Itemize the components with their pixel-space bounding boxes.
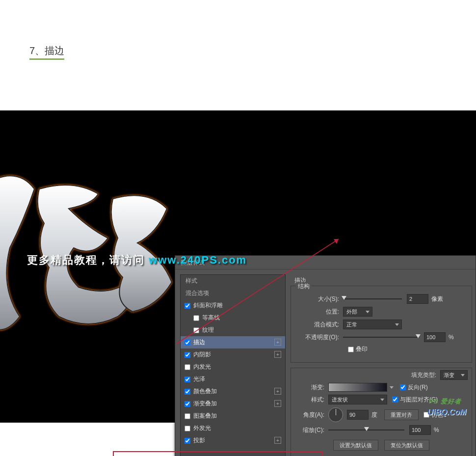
style-inner-shadow[interactable]: 内阴影+ [181, 349, 285, 361]
scale-slider-thumb[interactable] [364, 427, 369, 431]
add-drop-shadow-icon[interactable]: + [274, 437, 281, 444]
structure-legend: 结构 [296, 282, 312, 291]
style-outer-glow[interactable]: 外发光 [181, 422, 285, 434]
opacity-row: 不透明度(O): % [295, 332, 468, 342]
scale-slider[interactable] [328, 429, 404, 430]
gradient-callout: a8a8a7 13131e [113, 451, 323, 456]
opacity-unit: % [449, 334, 454, 341]
angle-unit: 度 [371, 411, 377, 419]
add-gradient-overlay-icon[interactable]: + [274, 400, 281, 407]
align-checkbox[interactable] [392, 397, 398, 402]
style-gradient-overlay[interactable]: 渐变叠加+ [181, 398, 285, 410]
scale-input[interactable] [409, 425, 431, 435]
scale-row: 缩放(C): % [295, 425, 468, 435]
blend-dropdown[interactable]: 正常 [343, 320, 402, 329]
style-texture[interactable]: 纹理 [181, 324, 285, 336]
inner-glow-checkbox[interactable] [185, 364, 190, 370]
style-contour[interactable]: 等高线 [181, 312, 285, 324]
contour-checkbox[interactable] [193, 315, 199, 321]
gradient-row: 渐变: 反向(R) [295, 383, 468, 392]
blend-options-header[interactable]: 混合选项 [181, 287, 285, 299]
reverse-checkbox[interactable] [400, 384, 406, 390]
stroke-checkbox[interactable] [185, 340, 190, 346]
add-color-overlay-icon[interactable]: + [274, 388, 281, 395]
styles-header[interactable]: 样式 [181, 275, 285, 287]
defaults-row: 设置为默认值 复位为默认值 [295, 440, 468, 451]
add-stroke-icon[interactable]: + [274, 339, 281, 346]
size-input[interactable] [407, 294, 428, 304]
stroke-group-title: 描边 [294, 276, 472, 285]
overprint-check[interactable]: 叠印 [348, 345, 368, 353]
style-drop-shadow[interactable]: 投影+ [181, 434, 285, 447]
style-label: 样式: [295, 396, 324, 404]
filltype-row: 填充类型: 渐变 [295, 370, 468, 380]
color-overlay-checkbox[interactable] [185, 389, 190, 395]
opacity-label: 不透明度(O): [295, 333, 339, 342]
layer-style-dialog: 图层样式 样式 混合选项 斜面和浮雕 等高线 纹理 描边+ 内阴影+ 内发光 光… [175, 255, 476, 456]
overprint-checkbox[interactable] [348, 347, 354, 352]
gradient-overlay-checkbox[interactable] [185, 401, 190, 407]
angle-input[interactable] [347, 410, 369, 420]
watermark-overlay: 更多精品教程，请访问 www.240PS.com [27, 253, 247, 268]
reverse-check[interactable]: 反向(R) [400, 383, 428, 392]
drop-shadow-checkbox[interactable] [185, 438, 190, 444]
canvas-area: 更多精品教程，请访问 www.240PS.com 图层样式 样式 混合选项 斜面… [0, 110, 476, 423]
svg-marker-1 [334, 239, 339, 244]
style-color-overlay[interactable]: 颜色叠加+ [181, 385, 285, 398]
blend-row: 混合模式: 正常 [295, 320, 468, 329]
styles-list-panel: 样式 混合选项 斜面和浮雕 等高线 纹理 描边+ 内阴影+ 内发光 光泽 颜色叠… [180, 274, 286, 456]
filltype-dropdown[interactable]: 渐变 [440, 370, 468, 380]
opacity-input[interactable] [424, 332, 446, 342]
position-dropdown[interactable]: 外部 [343, 307, 372, 317]
overprint-row: 叠印 [295, 345, 468, 353]
make-default-button[interactable]: 设置为默认值 [333, 440, 378, 451]
add-inner-shadow-icon[interactable]: + [274, 351, 281, 358]
reset-default-button[interactable]: 复位为默认值 [384, 440, 429, 451]
style-dropdown[interactable]: 迸发状 [328, 395, 387, 404]
reset-align-button[interactable]: 重置对齐 [384, 409, 419, 420]
scale-unit: % [434, 427, 439, 433]
size-label: 大小(S): [295, 295, 339, 303]
blend-label: 混合模式: [295, 321, 339, 329]
style-bevel[interactable]: 斜面和浮雕 [181, 299, 285, 312]
watermark-url: www.240PS.com [149, 254, 247, 266]
style-satin[interactable]: 光泽 [181, 373, 285, 385]
angle-dial[interactable] [328, 407, 343, 422]
scale-label: 缩放(C): [295, 426, 324, 434]
watermark-prefix: 更多精品教程，请访问 [27, 254, 149, 266]
psahz-watermark: PS 爱好者 [429, 397, 461, 406]
style-inner-glow[interactable]: 内发光 [181, 361, 285, 373]
stroke-properties-panel: 描边 结构 大小(S): 像素 位置: 外部 混合模式: 正常 [291, 274, 472, 456]
opacity-slider-thumb[interactable] [416, 334, 421, 338]
gradient-label: 渐变: [295, 383, 324, 392]
satin-checkbox[interactable] [185, 376, 190, 382]
structure-fieldset: 结构 大小(S): 像素 位置: 外部 混合模式: 正常 不透明度(O): [291, 286, 472, 363]
position-row: 位置: 外部 [295, 307, 468, 317]
position-label: 位置: [295, 308, 339, 316]
size-slider[interactable] [343, 298, 402, 299]
angle-label: 角度(A): [295, 411, 324, 419]
step-label: 7、描边 [29, 44, 64, 60]
uibq-watermark: UiBQ.CoM [427, 408, 466, 417]
style-pattern-overlay[interactable]: 图案叠加 [181, 410, 285, 422]
texture-checkbox[interactable] [193, 327, 199, 333]
inner-shadow-checkbox[interactable] [185, 352, 190, 358]
pattern-overlay-checkbox[interactable] [185, 413, 190, 419]
opacity-slider[interactable] [343, 337, 419, 338]
style-stroke[interactable]: 描边+ [181, 336, 285, 349]
filltype-label: 填充类型: [407, 371, 436, 379]
bevel-checkbox[interactable] [185, 303, 190, 309]
size-row: 大小(S): 像素 [295, 294, 468, 304]
size-unit: 像素 [431, 295, 443, 303]
size-slider-thumb[interactable] [342, 296, 346, 300]
gradient-preview[interactable] [328, 383, 387, 392]
outer-glow-checkbox[interactable] [185, 426, 190, 431]
